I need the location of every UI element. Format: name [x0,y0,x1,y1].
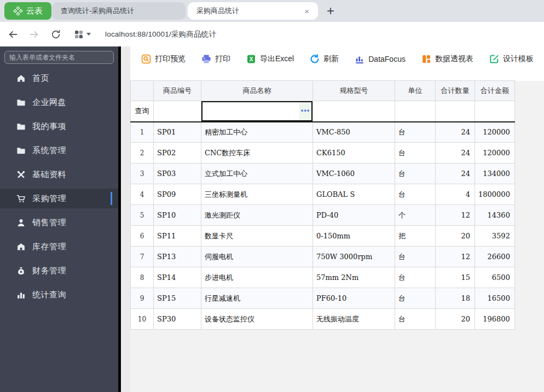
qty-cell[interactable]: 18 [436,288,475,309]
spec-cell[interactable]: VMC-850 [313,122,395,143]
sidebar-item-my-items[interactable]: 我的事项 [0,116,118,136]
code-cell[interactable]: SP03 [154,163,201,184]
sidebar-item-system-mgmt[interactable]: 系统管理 [0,141,118,160]
code-cell[interactable]: SP13 [154,247,201,267]
unit-cell[interactable]: 台 [395,309,436,330]
code-cell[interactable]: SP14 [154,267,201,288]
spec-cell[interactable]: GLOBAL S [313,184,395,205]
amount-cell[interactable]: 14360 [475,205,515,226]
row-number-cell[interactable]: 9 [131,288,154,309]
unit-cell[interactable]: 台 [395,267,436,288]
selection-fill-handle[interactable] [311,120,313,122]
row-number-cell[interactable]: 5 [131,205,154,226]
forward-icon[interactable] [28,29,39,40]
query-cell-qty[interactable] [436,101,475,122]
name-cell[interactable]: 立式加工中心 [201,163,313,184]
amount-cell[interactable]: 6500 [475,267,515,288]
sidebar-item-basic-data[interactable]: 基础资料 [0,165,118,184]
sidebar-item-sales-mgmt[interactable]: 销售管理 [0,213,118,232]
amount-cell[interactable]: 134000 [475,163,515,184]
corner-header-cell[interactable] [131,81,154,101]
sidebar-item-inventory-mgmt[interactable]: 库存管理 [0,237,118,256]
qty-cell[interactable]: 4 [436,184,475,205]
query-cell-code[interactable] [154,101,201,122]
unit-cell[interactable]: 把 [395,226,436,247]
amount-cell[interactable]: 1800000 [475,184,515,205]
qty-cell[interactable]: 12 [436,205,475,226]
back-icon[interactable] [8,29,19,40]
print-preview-button[interactable]: 打印预览 [141,54,186,64]
tab-query-stats[interactable]: 查询统计-采购商品统计 [52,2,186,20]
amount-cell[interactable]: 120000 [475,122,515,143]
qty-cell[interactable]: 24 [436,143,475,163]
grid-dropdown-caret-icon[interactable] [86,33,91,36]
apps-grid-icon[interactable] [73,29,84,40]
column-header[interactable]: 单位 [395,81,436,101]
code-cell[interactable]: SP01 [154,122,201,143]
spec-cell[interactable]: PF60-10 [313,288,395,309]
refresh-button[interactable]: 刷新 [310,54,339,64]
amount-cell[interactable]: 120000 [475,143,515,163]
export-excel-button[interactable]: X导出Excel [246,54,294,64]
column-header[interactable]: 合计金额 [475,81,515,101]
code-cell[interactable]: SP15 [154,288,201,309]
unit-cell[interactable]: 台 [395,184,436,205]
name-cell[interactable]: 激光测距仪 [201,205,313,226]
row-number-cell[interactable]: 4 [131,184,154,205]
address-url[interactable]: localhost:88/10001/采购商品统计 [105,30,216,39]
sidebar-search-input[interactable] [4,51,114,64]
query-cell-amount[interactable] [475,101,515,122]
unit-cell[interactable]: 台 [395,288,436,309]
spec-cell[interactable]: 无线振动温度 [313,309,395,330]
name-cell[interactable]: CNC数控车床 [201,143,313,163]
spec-cell[interactable]: 0-150mm [313,226,395,247]
amount-cell[interactable]: 16500 [475,288,515,309]
name-cell[interactable]: 行星减速机 [201,288,313,309]
name-cell[interactable]: 精密加工中心 [201,122,313,143]
name-cell[interactable]: 数显卡尺 [201,226,313,247]
sidebar-item-stats-query[interactable]: 统计查询 [0,285,118,305]
row-number-cell[interactable]: 10 [131,309,154,330]
spec-cell[interactable]: 750W 3000rpm [313,247,395,267]
tab-close-icon[interactable]: × [302,6,311,16]
code-cell[interactable]: SP10 [154,205,201,226]
unit-cell[interactable]: 台 [395,122,436,143]
amount-cell[interactable]: 26600 [475,247,515,267]
code-cell[interactable]: SP11 [154,226,201,247]
code-cell[interactable]: SP09 [154,184,201,205]
qty-cell[interactable]: 24 [436,122,475,143]
sidebar-item-enterprise-disk[interactable]: 企业网盘 [0,92,118,112]
name-cell[interactable]: 伺服电机 [201,247,313,267]
column-header[interactable]: 合计数量 [436,81,475,101]
column-header[interactable]: 商品编号 [154,81,201,101]
sidebar-item-purchase-mgmt[interactable]: 采购管理 [0,189,118,208]
spec-cell[interactable]: PD-40 [313,205,395,226]
print-button[interactable]: 打印 [201,54,230,64]
amount-cell[interactable]: 3592 [475,226,515,247]
spec-cell[interactable]: 57mm 2Nm [313,267,395,288]
row-number-cell[interactable]: 8 [131,267,154,288]
row-number-cell[interactable]: 3 [131,163,154,184]
row-number-cell[interactable]: 2 [131,143,154,163]
qty-cell[interactable]: 20 [436,309,475,330]
app-logo-button[interactable]: 云表 [4,2,51,20]
name-cell[interactable]: 步进电机 [201,267,313,288]
unit-cell[interactable]: 台 [395,163,436,184]
unit-cell[interactable]: 台 [395,143,436,163]
code-cell[interactable]: SP30 [154,309,201,330]
column-header[interactable]: 商品名称 [201,81,313,101]
row-number-cell[interactable]: 6 [131,226,154,247]
row-number-cell[interactable]: 1 [131,122,154,143]
code-cell[interactable]: SP02 [154,143,201,163]
cell-picker-button[interactable]: ••• [299,102,311,120]
design-template-button[interactable]: 设计模板 [489,54,534,64]
query-cell-unit[interactable] [395,101,436,122]
datafocus-button[interactable]: DataFocus [355,54,406,64]
sidebar-item-home[interactable]: 首页 [0,68,118,88]
amount-cell[interactable]: 196800 [475,309,515,330]
qty-cell[interactable]: 20 [436,226,475,247]
qty-cell[interactable]: 12 [436,247,475,267]
sidebar-item-finance-mgmt[interactable]: 财务管理 [0,261,118,280]
name-cell[interactable]: 三坐标测量机 [201,184,313,205]
new-tab-button[interactable]: + [323,4,338,18]
